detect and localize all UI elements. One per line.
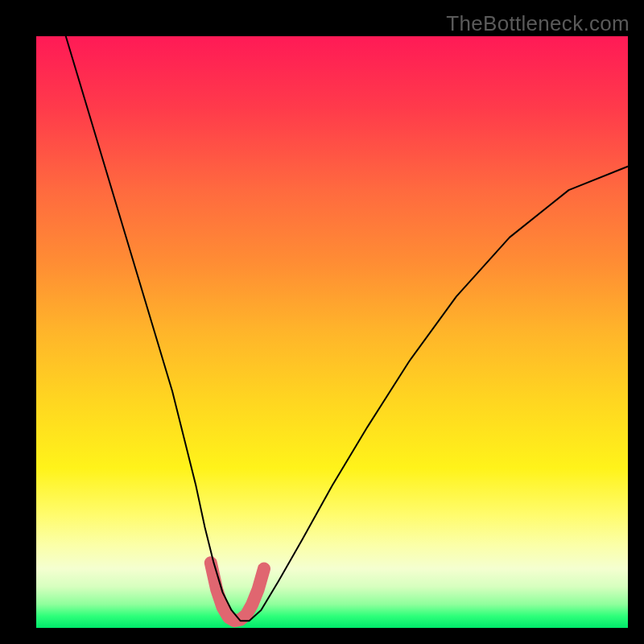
curves-svg	[36, 36, 628, 628]
black-curve-path	[66, 36, 628, 621]
watermark-label: TheBottleneck.com	[446, 11, 630, 36]
plot-area	[36, 36, 628, 628]
chart-frame: TheBottleneck.com	[0, 0, 644, 644]
pink-band-path	[211, 563, 264, 621]
